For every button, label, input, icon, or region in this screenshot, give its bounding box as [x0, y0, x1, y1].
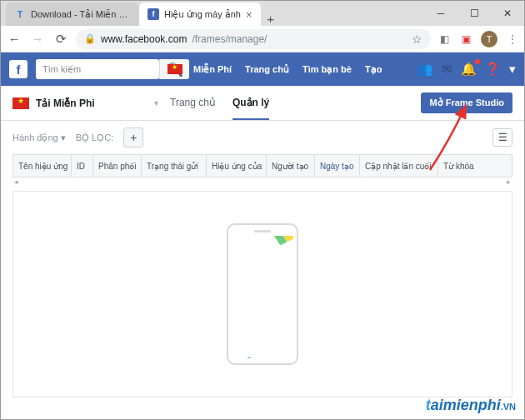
- sub-tabs: Trang chủ Quản lý: [170, 86, 269, 120]
- forward-button[interactable]: →: [29, 32, 46, 46]
- url-host: www.facebook.com: [101, 33, 187, 45]
- tab-title: Download - Tải Miễn Phí VN - Ph: [31, 9, 131, 20]
- watermark-text: aimienphi: [431, 397, 501, 413]
- table-scrollbar[interactable]: ◂▸: [12, 178, 512, 188]
- window-titlebar: T Download - Tải Miễn Phí VN - Ph f Hiệu…: [1, 1, 524, 26]
- sub-header: Tải Miễn Phi ▾ Trang chủ Quản lý Mở Fram…: [1, 86, 524, 121]
- th-id[interactable]: ID: [72, 155, 93, 177]
- nav-tao[interactable]: Tạo: [359, 64, 388, 75]
- th-updated[interactable]: Cập nhật lần cuối: [360, 155, 438, 177]
- open-frame-studio-button[interactable]: Mở Frame Studio: [421, 92, 512, 113]
- nav-mienphi[interactable]: Miễn Phí: [188, 64, 238, 75]
- watermark: taimienphi.VN: [426, 397, 516, 414]
- filter-row: Hành động ▾ BỘ LỌC: + ☰: [1, 121, 524, 154]
- preview-canvas: [12, 191, 512, 398]
- help-icon[interactable]: ❓: [485, 62, 501, 77]
- maximize-button[interactable]: ☐: [458, 1, 491, 26]
- table-header-row: Tên hiệu ứng ID Phân phối Trạng thái gửi…: [12, 154, 512, 178]
- phone-mockup: [227, 223, 298, 365]
- th-effect-of[interactable]: Hiệu ứng của: [207, 155, 267, 177]
- extension-icon[interactable]: ◧: [438, 32, 451, 46]
- th-name[interactable]: Tên hiệu ứng: [13, 155, 72, 177]
- watermark-vn: .VN: [501, 402, 516, 412]
- th-dist[interactable]: Phân phối: [93, 155, 142, 177]
- th-created[interactable]: Ngày tạo: [315, 155, 360, 177]
- page-selector[interactable]: Tải Miễn Phi ▾: [12, 98, 158, 109]
- window-controls: ─ ☐ ✕: [424, 1, 524, 26]
- tab-quanly[interactable]: Quản lý: [232, 86, 269, 120]
- browser-tab-2[interactable]: f Hiệu ứng máy ảnh ×: [139, 2, 261, 26]
- extension-icons: ◧ ▣ T ⋮: [438, 31, 519, 48]
- notifications-icon[interactable]: 🔔: [461, 62, 477, 77]
- tab-title: Hiệu ứng máy ảnh: [164, 9, 241, 20]
- address-bar: ← → ⟳ 🔒 www.facebook.com/frames/manage/ …: [1, 26, 524, 52]
- browser-tabs: T Download - Tải Miễn Phí VN - Ph f Hiệu…: [1, 1, 281, 26]
- back-button[interactable]: ←: [6, 32, 22, 46]
- tab-favicon-t-icon: T: [14, 8, 26, 20]
- lock-icon: 🔒: [84, 33, 96, 44]
- friends-icon[interactable]: 👥: [418, 62, 433, 77]
- bookmark-star-icon[interactable]: ☆: [412, 32, 422, 46]
- page-flag-icon: [12, 98, 29, 109]
- nav-timbanbe[interactable]: Tìm bạn bè: [297, 64, 358, 75]
- fb-header-icons: 👥 ✉ 🔔 ❓ ▾: [418, 62, 516, 77]
- new-tab-button[interactable]: +: [261, 12, 281, 26]
- phone-speaker-icon: [254, 230, 271, 232]
- notification-badge: [475, 59, 480, 64]
- tab-favicon-fb-icon: f: [148, 8, 159, 20]
- chevron-down-icon: ▾: [61, 132, 66, 143]
- url-path: /frames/manage/: [192, 33, 267, 45]
- th-status[interactable]: Trạng thái gửi: [142, 155, 207, 177]
- vn-flag-icon: [168, 64, 182, 74]
- nav-trangchu[interactable]: Trang chủ: [239, 64, 295, 75]
- column-settings-button[interactable]: ☰: [492, 128, 512, 147]
- profile-avatar[interactable]: T: [481, 31, 498, 48]
- action-dropdown[interactable]: Hành động ▾: [12, 132, 66, 143]
- browser-tab-1[interactable]: T Download - Tải Miễn Phí VN - Ph: [6, 2, 139, 26]
- page-name: Tải Miễn Phi: [36, 98, 95, 109]
- tab-trangchu[interactable]: Trang chủ: [170, 86, 216, 120]
- table-area: Tên hiệu ứng ID Phân phối Trạng thái gửi…: [1, 154, 524, 188]
- facebook-logo-icon[interactable]: f: [9, 60, 28, 78]
- action-label: Hành động: [12, 132, 58, 143]
- dropdown-icon[interactable]: ▾: [509, 62, 516, 77]
- close-button[interactable]: ✕: [491, 1, 524, 26]
- url-input[interactable]: 🔒 www.facebook.com/frames/manage/ ☆: [76, 29, 431, 49]
- messenger-icon[interactable]: ✉: [442, 62, 452, 77]
- add-filter-button[interactable]: +: [123, 128, 143, 148]
- filter-label: BỘ LỌC:: [76, 132, 114, 143]
- extension-icon[interactable]: ▣: [459, 32, 472, 46]
- fb-nav: Miễn Phí Trang chủ Tìm bạn bè Tạo: [168, 64, 388, 75]
- phone-screen: [232, 236, 293, 358]
- facebook-header: f Tìm kiếm 🔍 Miễn Phí Trang chủ Tìm bạn …: [1, 52, 524, 86]
- th-keywords[interactable]: Từ khóa: [438, 155, 512, 177]
- tab-close-icon[interactable]: ×: [246, 8, 252, 21]
- reload-button[interactable]: ⟳: [52, 32, 69, 47]
- minimize-button[interactable]: ─: [424, 1, 458, 26]
- th-creator[interactable]: Người tạo: [267, 155, 315, 177]
- menu-dots-icon[interactable]: ⋮: [506, 32, 519, 46]
- fb-search-input[interactable]: Tìm kiếm: [36, 59, 159, 79]
- chevron-down-icon: ▾: [154, 98, 158, 108]
